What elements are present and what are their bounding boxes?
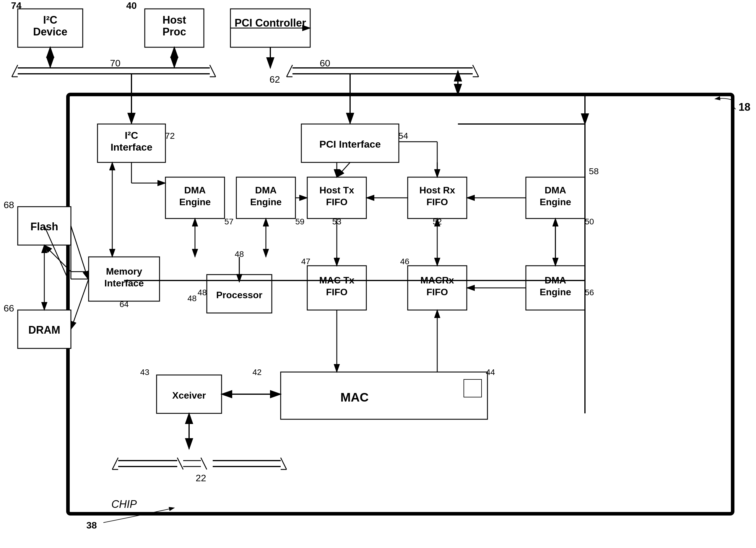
svg-text:48: 48 [187, 294, 196, 303]
svg-text:FIFO: FIFO [326, 197, 348, 207]
svg-text:59: 59 [295, 217, 304, 226]
svg-text:Interface: Interface [110, 142, 152, 153]
svg-text:DMA: DMA [255, 185, 277, 196]
svg-text:40: 40 [126, 0, 137, 11]
svg-text:Memory: Memory [106, 266, 142, 276]
svg-text:74: 74 [11, 0, 22, 11]
svg-text:18: 18 [739, 101, 750, 113]
svg-text:Interface: Interface [104, 278, 144, 288]
svg-text:Engine: Engine [540, 197, 571, 207]
svg-text:56: 56 [585, 288, 594, 297]
svg-text:CHIP: CHIP [111, 498, 137, 510]
svg-text:Engine: Engine [250, 197, 282, 207]
svg-text:Processor: Processor [216, 289, 263, 300]
svg-text:47: 47 [301, 257, 310, 266]
svg-text:Engine: Engine [179, 197, 211, 207]
svg-text:48: 48 [235, 250, 244, 259]
svg-text:64: 64 [119, 300, 129, 309]
svg-text:50: 50 [585, 217, 594, 226]
svg-text:DRAM: DRAM [28, 324, 60, 336]
svg-text:62: 62 [269, 74, 280, 85]
svg-text:66: 66 [4, 303, 14, 313]
svg-text:PCI Interface: PCI Interface [319, 139, 381, 150]
svg-text:44: 44 [486, 367, 495, 377]
svg-text:DMA: DMA [545, 185, 566, 196]
svg-text:48: 48 [198, 288, 207, 297]
svg-text:Xceiver: Xceiver [172, 390, 206, 401]
svg-text:70: 70 [110, 58, 121, 69]
diagram-container: I²C Device Host Proc PCI Controller 74 4… [0, 0, 756, 548]
svg-rect-94 [464, 379, 482, 397]
svg-text:Host: Host [162, 14, 186, 26]
svg-text:Device: Device [33, 26, 67, 38]
svg-text:I²C: I²C [125, 130, 138, 141]
svg-text:Host Tx: Host Tx [319, 185, 354, 196]
svg-text:68: 68 [4, 200, 14, 210]
svg-text:57: 57 [224, 217, 233, 226]
svg-text:PCI Controller: PCI Controller [235, 17, 306, 29]
svg-text:Proc: Proc [162, 26, 186, 38]
svg-text:43: 43 [140, 367, 149, 377]
svg-text:72: 72 [165, 131, 175, 141]
svg-text:FIFO: FIFO [427, 197, 448, 207]
svg-text:Engine: Engine [540, 287, 571, 297]
svg-text:42: 42 [252, 367, 261, 377]
svg-text:22: 22 [196, 473, 206, 483]
svg-text:38: 38 [86, 520, 97, 531]
svg-text:Host Rx: Host Rx [420, 185, 455, 196]
svg-text:DMA: DMA [184, 185, 206, 196]
svg-text:46: 46 [400, 257, 409, 266]
svg-text:FIFO: FIFO [326, 287, 348, 297]
svg-text:MAC: MAC [340, 390, 369, 404]
svg-rect-92 [281, 372, 487, 419]
svg-text:60: 60 [320, 58, 330, 69]
svg-text:54: 54 [398, 131, 408, 141]
svg-text:I²C: I²C [43, 14, 57, 26]
svg-text:58: 58 [589, 166, 599, 176]
svg-text:FIFO: FIFO [427, 287, 448, 297]
